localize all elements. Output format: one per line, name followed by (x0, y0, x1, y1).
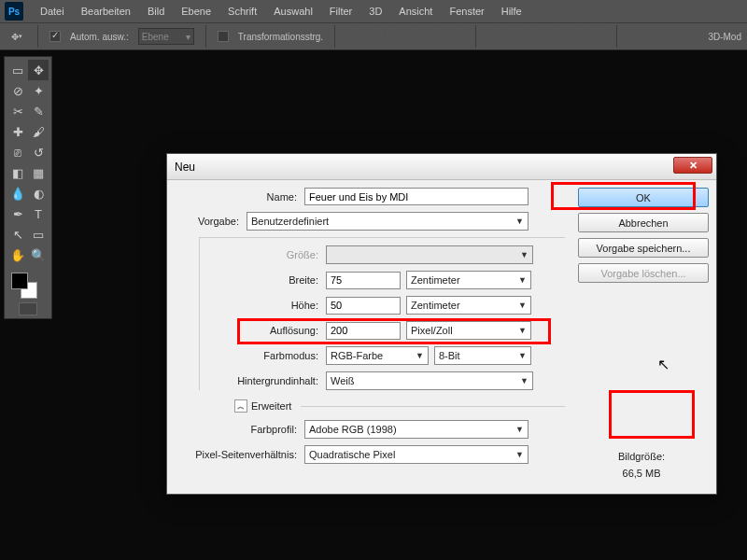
autoselect-label: Autom. ausw.: (70, 32, 129, 42)
menu-item[interactable]: Hilfe (501, 6, 522, 17)
size-dropdown: ▼ (326, 245, 533, 264)
align-icon[interactable] (367, 29, 382, 44)
eyedropper-tool[interactable]: ✎ (28, 101, 49, 121)
align-icons-group (346, 29, 464, 44)
align-icon[interactable] (408, 29, 423, 44)
name-label: Name: (178, 191, 304, 203)
autoselect-target-dropdown[interactable]: Ebene▾ (138, 28, 194, 45)
profile-label: Farbprofil: (178, 424, 304, 435)
dialog-title: Neu (175, 161, 195, 174)
quickmask-icon[interactable] (19, 302, 37, 315)
dodge-tool[interactable]: ◐ (28, 183, 49, 203)
delete-preset-button: Vorgabe löschen... (578, 263, 709, 283)
autoselect-checkbox[interactable] (49, 31, 61, 42)
lasso-tool[interactable]: ⊘ (7, 80, 28, 101)
align-icon[interactable] (388, 29, 402, 44)
distribute-icon[interactable] (570, 29, 585, 44)
image-size-info: Bildgröße: 66,5 MB (578, 451, 705, 479)
new-document-dialog: Neu ✕ Name: Vorgabe: Benutzerdefiniert▼ … (166, 153, 717, 495)
distribute-icon[interactable] (549, 29, 564, 44)
pen-tool[interactable]: ✒ (7, 203, 28, 224)
foreground-color-swatch[interactable] (11, 273, 28, 289)
image-size-label: Bildgröße: (578, 451, 705, 462)
name-input[interactable] (304, 188, 529, 205)
advanced-toggle[interactable]: ︽ Erweitert (234, 399, 565, 413)
menu-item[interactable]: Auswahl (274, 6, 313, 17)
preset-dropdown[interactable]: Benutzerdefiniert▼ (247, 212, 529, 231)
toolbox: ▭✥ ⊘✦ ✂✎ ✚🖌 ⎚↺ ◧▦ 💧◐ ✒T ↖▭ ✋🔍 (4, 56, 52, 319)
menu-item[interactable]: Datei (40, 6, 64, 17)
wand-tool[interactable]: ✦ (28, 80, 49, 101)
stamp-tool[interactable]: ⎚ (7, 142, 28, 162)
ok-button[interactable]: OK (578, 188, 709, 207)
path-select-tool[interactable]: ↖ (7, 224, 28, 245)
move-tool-icon: ✥▾ (7, 27, 26, 46)
preset-label: Vorgabe: (178, 216, 247, 227)
menu-item[interactable]: 3D (369, 6, 382, 17)
color-swatches[interactable] (7, 271, 49, 299)
height-label: Höhe: (200, 300, 326, 311)
width-unit-dropdown[interactable]: Zentimeter▼ (406, 271, 531, 289)
align-icon[interactable] (449, 29, 464, 44)
brush-tool[interactable]: 🖌 (28, 121, 49, 142)
width-label: Breite: (200, 274, 326, 286)
crop-tool[interactable]: ✂ (7, 101, 28, 121)
type-tool[interactable]: T (28, 203, 49, 224)
resolution-label: Auflösung: (200, 325, 326, 336)
bitdepth-dropdown[interactable]: 8-Bit▼ (434, 346, 531, 365)
menu-bar: Ps Datei Bearbeiten Bild Ebene Schrift A… (0, 0, 747, 22)
menu-item[interactable]: Ebene (181, 6, 211, 17)
chevron-up-icon: ︽ (234, 399, 247, 413)
menu-item[interactable]: Filter (330, 6, 352, 17)
eraser-tool[interactable]: ◧ (7, 162, 28, 183)
pixelratio-dropdown[interactable]: Quadratische Pixel▼ (304, 445, 529, 464)
resolution-input[interactable] (326, 322, 401, 340)
menu-item[interactable]: Schrift (228, 6, 257, 17)
move-tool[interactable]: ✥ (28, 60, 49, 80)
blur-tool[interactable]: 💧 (7, 183, 28, 203)
mode-label: 3D-Mod (708, 32, 741, 42)
distribute-icon[interactable] (487, 29, 502, 44)
distribute-icon[interactable] (590, 29, 605, 44)
menu-item[interactable]: Fenster (449, 6, 484, 17)
marquee-tool[interactable]: ▭ (7, 60, 28, 80)
shape-tool[interactable]: ▭ (28, 224, 49, 245)
menu-item[interactable]: Bearbeiten (81, 6, 131, 17)
align-icon[interactable] (429, 29, 444, 44)
colormode-label: Farbmodus: (200, 350, 326, 361)
gradient-tool[interactable]: ▦ (28, 162, 49, 183)
distribute-icons-group (487, 29, 605, 44)
menu-item[interactable]: Bild (148, 6, 164, 17)
zoom-tool[interactable]: 🔍 (28, 245, 49, 265)
height-unit-dropdown[interactable]: Zentimeter▼ (406, 296, 531, 315)
healing-tool[interactable]: ✚ (7, 121, 28, 142)
hand-tool[interactable]: ✋ (7, 245, 28, 265)
menu-item[interactable]: Ansicht (399, 6, 432, 17)
transform-controls-checkbox[interactable] (218, 31, 229, 42)
align-icon[interactable] (346, 29, 361, 44)
image-size-value: 66,5 MB (578, 468, 705, 479)
pixelratio-label: Pixel-Seitenverhältnis: (178, 449, 304, 460)
history-brush-tool[interactable]: ↺ (28, 142, 49, 162)
width-input[interactable] (326, 272, 401, 289)
distribute-icon[interactable] (508, 29, 523, 44)
resolution-unit-dropdown[interactable]: Pixel/Zoll▼ (406, 321, 531, 340)
close-button[interactable]: ✕ (673, 157, 712, 174)
transform-controls-label: Transformationsstrg. (238, 32, 323, 42)
colormode-dropdown[interactable]: RGB-Farbe▼ (326, 346, 429, 365)
save-preset-button[interactable]: Vorgabe speichern... (578, 238, 709, 258)
dialog-titlebar[interactable]: Neu ✕ (167, 154, 716, 180)
size-label: Größe: (200, 249, 326, 260)
profile-dropdown[interactable]: Adobe RGB (1998)▼ (304, 420, 529, 439)
bgcontent-label: Hintergrundinhalt: (200, 375, 326, 386)
cancel-button[interactable]: Abbrechen (578, 213, 709, 232)
height-input[interactable] (326, 297, 401, 315)
options-bar: ✥▾ Autom. ausw.: Ebene▾ Transformationss… (0, 22, 747, 50)
bgcontent-dropdown[interactable]: Weiß▼ (326, 371, 533, 390)
app-logo-icon: Ps (5, 2, 23, 21)
distribute-icon[interactable] (529, 29, 543, 44)
